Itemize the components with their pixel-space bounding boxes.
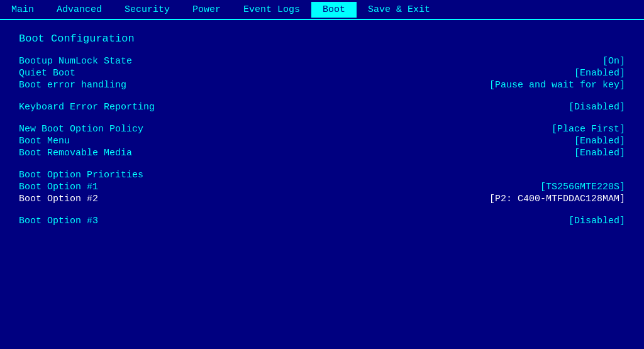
label-keyboard-error: Keyboard Error Reporting xyxy=(19,102,258,113)
label-boot-option-priorities: Boot Option Priorities xyxy=(19,170,258,180)
value-boot-menu: [Enabled] xyxy=(574,136,625,147)
nav-item-boot[interactable]: Boot xyxy=(311,2,357,18)
row-boot-option-policy[interactable]: New Boot Option Policy [Place First] xyxy=(19,124,625,135)
value-boot-removable: [Enabled] xyxy=(574,148,625,158)
settings-table: Bootup NumLock State [On] Quiet Boot [En… xyxy=(19,56,625,226)
nav-item-save-exit[interactable]: Save & Exit xyxy=(357,2,441,18)
value-boot-option-2: [P2: C400-MTFDDAC128MAM] xyxy=(489,194,625,204)
nav-item-power[interactable]: Power xyxy=(181,2,232,18)
value-boot-option-3: [Disabled] xyxy=(569,216,625,226)
row-numlock[interactable]: Bootup NumLock State [On] xyxy=(19,56,625,67)
label-boot-option-policy: New Boot Option Policy xyxy=(19,124,258,135)
nav-item-advanced[interactable]: Advanced xyxy=(45,2,113,18)
row-boot-option-priorities: Boot Option Priorities xyxy=(19,170,625,180)
label-numlock: Bootup NumLock State xyxy=(19,56,258,67)
row-boot-option-1[interactable]: Boot Option #1 [TS256GMTE220S] xyxy=(19,182,625,192)
nav-item-event-logs[interactable]: Event Logs xyxy=(232,2,311,18)
row-boot-option-3[interactable]: Boot Option #3 [Disabled] xyxy=(19,216,625,226)
value-keyboard-error: [Disabled] xyxy=(569,102,625,113)
value-boot-option-policy: [Place First] xyxy=(552,124,625,135)
spacer-3 xyxy=(19,160,625,170)
row-boot-error[interactable]: Boot error handling [Pause and wait for … xyxy=(19,80,625,91)
nav-item-security[interactable]: Security xyxy=(113,2,181,18)
value-numlock: [On] xyxy=(602,56,625,67)
label-boot-removable: Boot Removable Media xyxy=(19,148,258,158)
nav-item-main[interactable]: Main xyxy=(0,2,45,18)
row-boot-removable[interactable]: Boot Removable Media [Enabled] xyxy=(19,148,625,158)
spacer-2 xyxy=(19,114,625,124)
row-quiet-boot[interactable]: Quiet Boot [Enabled] xyxy=(19,68,625,79)
value-boot-error: [Pause and wait for key] xyxy=(489,80,625,91)
label-boot-menu: Boot Menu xyxy=(19,136,258,147)
row-boot-menu[interactable]: Boot Menu [Enabled] xyxy=(19,136,625,147)
nav-bar: Main Advanced Security Power Event Logs … xyxy=(0,0,644,20)
section-title: Boot Configuration xyxy=(19,33,625,45)
label-boot-option-2: Boot Option #2 xyxy=(19,194,258,204)
label-boot-error: Boot error handling xyxy=(19,80,258,91)
value-boot-option-1: [TS256GMTE220S] xyxy=(540,182,625,192)
content-area: Boot Configuration Bootup NumLock State … xyxy=(0,20,644,240)
label-boot-option-1: Boot Option #1 xyxy=(19,182,258,192)
label-quiet-boot: Quiet Boot xyxy=(19,68,258,79)
spacer-1 xyxy=(19,92,625,102)
row-keyboard-error[interactable]: Keyboard Error Reporting [Disabled] xyxy=(19,102,625,113)
spacer-4 xyxy=(19,206,625,216)
row-boot-option-2[interactable]: Boot Option #2 [P2: C400-MTFDDAC128MAM] xyxy=(19,194,625,204)
value-quiet-boot: [Enabled] xyxy=(574,68,625,79)
label-boot-option-3: Boot Option #3 xyxy=(19,216,258,226)
